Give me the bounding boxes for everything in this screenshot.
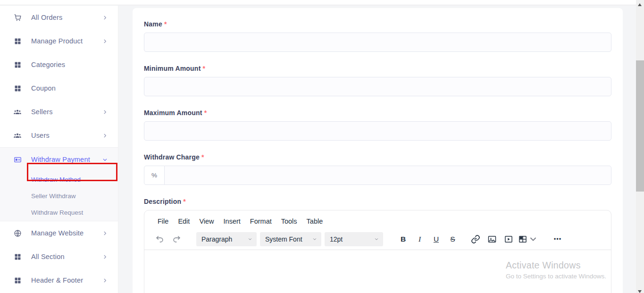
editor-menu-tools[interactable]: Tools: [279, 216, 300, 226]
editor-menu-format[interactable]: Format: [248, 216, 274, 226]
chevron-right-icon: [102, 278, 108, 283]
chevron-down-icon: [312, 237, 317, 242]
chevron-right-icon: [102, 109, 108, 115]
grid-icon: [13, 37, 22, 45]
insert-media-icon[interactable]: [501, 232, 516, 246]
withdraw-method-form-card: Name* Minimum Amount* Maximum Amount* Wi…: [133, 8, 623, 293]
editor-menu-view[interactable]: View: [197, 216, 216, 226]
bold-button[interactable]: B: [396, 232, 410, 246]
grid-icon: [13, 60, 22, 69]
sidebar-item-label: Manage Product: [31, 37, 102, 45]
sidebar-item-withdraw-payment[interactable]: Withdraw Payment: [0, 148, 118, 171]
editor-menu-insert[interactable]: Insert: [221, 216, 243, 226]
field-group-withdraw-charge: Withdraw Charge* %: [144, 153, 611, 185]
chevron-right-icon: [102, 39, 108, 44]
editor-menubar: File Edit View Insert Format Tools Table: [144, 210, 611, 228]
maximum-amount-label-text: Maximum Amount: [144, 109, 202, 117]
font-family-value: System Font: [265, 235, 302, 243]
sidebar-subitem-label: Withdraw Method: [31, 176, 81, 183]
chevron-down-icon: [528, 234, 538, 244]
sidebar-item-categories[interactable]: Categories: [0, 53, 118, 76]
sidebar-item-label: Coupon: [31, 84, 108, 92]
sidebar-item-all-section[interactable]: All Section: [0, 245, 118, 268]
sidebar-item-users[interactable]: Users: [0, 124, 118, 147]
name-label-text: Name: [144, 20, 162, 28]
sidebar-item-label: Sellers: [31, 108, 102, 116]
main-content: Name* Minimum Amount* Maximum Amount* Wi…: [119, 6, 636, 293]
sidebar-item-manage-product[interactable]: Manage Product: [0, 29, 118, 53]
insert-table-icon[interactable]: [517, 232, 539, 246]
strikethrough-button[interactable]: S: [445, 232, 460, 246]
sidebar-group-withdraw-payment: Withdraw Payment Withdraw Method Seller …: [0, 147, 118, 221]
block-format-value: Paragraph: [201, 235, 232, 243]
rich-text-editor: File Edit View Insert Format Tools Table: [144, 210, 611, 293]
name-input[interactable]: [144, 33, 611, 52]
globe-icon: [13, 229, 22, 237]
sidebar-subitem-withdraw-request[interactable]: Withdraw Request: [0, 204, 118, 221]
sidebar-subitem-withdraw-method[interactable]: Withdraw Method: [0, 171, 118, 188]
sidebar-item-header-footer[interactable]: Header & Footer: [0, 268, 118, 292]
top-header-strip: [0, 0, 636, 5]
undo-button[interactable]: [154, 232, 165, 246]
field-group-minimum-amount: Minimum Amount*: [144, 65, 611, 96]
percent-addon: %: [144, 166, 165, 185]
field-group-maximum-amount: Maximum Amount*: [144, 109, 611, 141]
chevron-right-icon: [102, 254, 108, 260]
sidebar-item-manage-website[interactable]: Manage Website: [0, 221, 118, 245]
vertical-scrollbar[interactable]: [636, 0, 644, 293]
font-size-select[interactable]: 12pt: [325, 232, 383, 246]
sidebar-item-label: Withdraw Payment: [31, 156, 102, 163]
chevron-down-icon: [374, 237, 379, 242]
withdraw-charge-input-group: %: [144, 166, 611, 185]
chevron-down-icon: [102, 157, 108, 162]
link-icon[interactable]: [468, 232, 483, 246]
minimum-amount-label: Minimum Amount*: [144, 65, 611, 72]
more-toolbar-options-button[interactable]: •••: [549, 235, 566, 243]
sidebar-item-sellers[interactable]: Sellers: [0, 100, 118, 124]
redo-button[interactable]: [171, 232, 182, 246]
scrollbar-down-arrow-icon[interactable]: [638, 290, 642, 293]
underline-button[interactable]: U: [429, 232, 443, 246]
font-size-value: 12pt: [330, 235, 343, 243]
sidebar-item-label: Header & Footer: [31, 276, 102, 284]
editor-content-area[interactable]: [144, 250, 611, 293]
description-label-text: Description: [144, 198, 181, 205]
required-asterisk: *: [164, 20, 167, 28]
block-format-select[interactable]: Paragraph: [196, 232, 257, 246]
sidebar: All Orders Manage Product Categories Cou…: [0, 6, 118, 293]
scrollbar-thumb[interactable]: [636, 60, 644, 192]
editor-menu-edit[interactable]: Edit: [176, 216, 192, 226]
sidebar-subitem-label: Withdraw Request: [31, 209, 83, 216]
withdraw-charge-label-text: Withdraw Charge: [144, 153, 200, 161]
required-asterisk: *: [204, 109, 207, 117]
sidebar-item-label: All Orders: [31, 14, 102, 21]
grid-icon: [13, 84, 22, 92]
payment-card-icon: [13, 155, 22, 164]
users-icon: [13, 108, 22, 116]
sidebar-subitem-seller-withdraw[interactable]: Seller Withdraw: [0, 188, 118, 204]
scrollbar-up-arrow-icon[interactable]: [638, 3, 642, 6]
sidebar-item-label: Categories: [31, 61, 108, 68]
chevron-right-icon: [102, 231, 108, 236]
maximum-amount-input[interactable]: [144, 121, 611, 141]
chevron-right-icon: [102, 15, 108, 20]
insert-image-icon[interactable]: [484, 232, 500, 246]
grid-icon: [13, 276, 22, 285]
field-group-description: Description* File Edit View Insert Forma…: [144, 198, 611, 293]
sidebar-subitem-label: Seller Withdraw: [31, 193, 76, 200]
font-family-select[interactable]: System Font: [260, 232, 321, 246]
withdraw-charge-input[interactable]: [165, 166, 611, 185]
editor-menu-table[interactable]: Table: [304, 216, 326, 226]
sidebar-item-label: Users: [31, 132, 102, 139]
editor-menu-file[interactable]: File: [155, 216, 171, 226]
chevron-down-icon: [248, 237, 252, 242]
sidebar-item-all-orders[interactable]: All Orders: [0, 6, 118, 29]
sidebar-item-coupon[interactable]: Coupon: [0, 76, 118, 100]
minimum-amount-input[interactable]: [144, 77, 611, 96]
grid-icon: [13, 252, 22, 261]
chevron-right-icon: [102, 133, 108, 138]
maximum-amount-label: Maximum Amount*: [144, 109, 611, 117]
name-label: Name*: [144, 20, 611, 28]
italic-button[interactable]: I: [412, 232, 427, 246]
withdraw-charge-label: Withdraw Charge*: [144, 153, 611, 161]
